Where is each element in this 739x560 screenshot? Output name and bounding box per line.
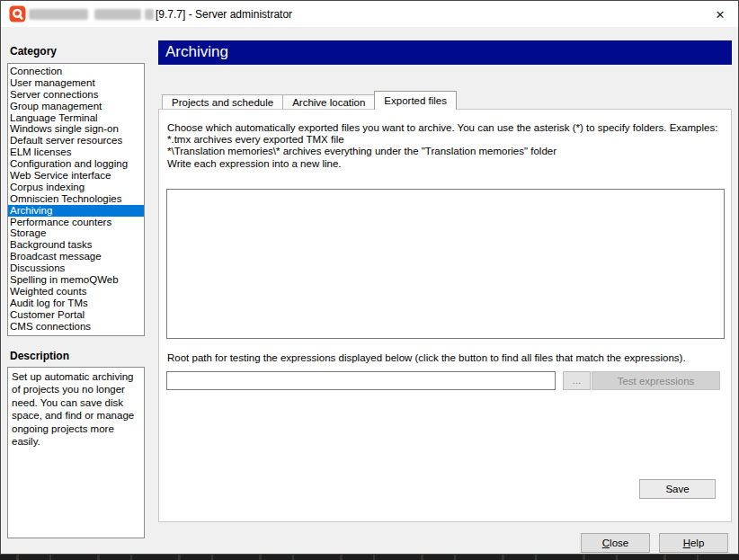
category-item-elm-licenses[interactable]: ELM licenses <box>8 147 144 158</box>
tab-page-exported-files: Choose which automatically exported file… <box>158 109 732 522</box>
tab-projects-and-schedule[interactable]: Projects and schedule <box>162 94 283 109</box>
category-item-language-terminal[interactable]: Language Terminal <box>8 112 144 124</box>
category-item-audit-log-for-tms[interactable]: Audit log for TMs <box>8 298 144 309</box>
titlebar[interactable]: [9.7.7] - Server administrator ✕ <box>1 1 738 27</box>
help-button[interactable]: Help <box>659 533 728 553</box>
category-item-windows-single-sign-on[interactable]: Windows single sign-on <box>8 123 144 135</box>
instruction-line: *.tmx archives every exported TMX file <box>167 134 717 146</box>
close-icon[interactable]: ✕ <box>708 4 732 24</box>
instructions: Choose which automatically exported file… <box>167 122 717 170</box>
category-item-spelling-in-memoqweb[interactable]: Spelling in memoQWeb <box>8 274 144 286</box>
tab-archive-location[interactable]: Archive location <box>282 94 375 109</box>
category-item-archiving[interactable]: Archiving <box>8 205 144 217</box>
instruction-line: Write each expression into a new line. <box>167 158 717 170</box>
redacted-title-block <box>29 9 88 20</box>
category-item-customer-portal[interactable]: Customer Portal <box>8 309 144 321</box>
category-item-storage[interactable]: Storage <box>8 227 144 239</box>
category-item-corpus-indexing[interactable]: Corpus indexing <box>8 182 144 193</box>
category-item-configuration-and-logging[interactable]: Configuration and logging <box>8 158 144 170</box>
save-button[interactable]: Save <box>639 479 716 499</box>
category-item-server-connections[interactable]: Server connections <box>8 89 144 101</box>
category-item-default-server-resources[interactable]: Default server resources <box>8 135 144 147</box>
redacted-title-block <box>94 9 141 20</box>
category-item-cms-connections[interactable]: CMS connections <box>8 321 144 333</box>
window-title: [9.7.7] - Server administrator <box>156 8 292 21</box>
category-item-connection[interactable]: Connection <box>8 66 144 77</box>
category-item-weighted-counts[interactable]: Weighted counts <box>8 286 144 298</box>
server-administrator-window: [9.7.7] - Server administrator ✕ Categor… <box>0 0 739 555</box>
category-item-performance-counters[interactable]: Performance counters <box>8 217 144 228</box>
tab-strip: Projects and scheduleArchive locationExp… <box>162 91 457 110</box>
page-title: Archiving <box>158 40 732 65</box>
instruction-line: Choose which automatically exported file… <box>167 122 717 134</box>
category-list[interactable]: ConnectionUser managementServer connecti… <box>7 63 145 336</box>
category-item-discussions[interactable]: Discussions <box>8 262 144 274</box>
tab-exported-files[interactable]: Exported files <box>374 91 457 110</box>
instruction-line: *\Translation memories\* archives everyt… <box>167 146 717 157</box>
desktop-background-strip <box>0 555 739 560</box>
root-path-label: Root path for testing the expressions di… <box>167 352 686 363</box>
browse-button[interactable]: ... <box>563 371 591 390</box>
category-item-group-management[interactable]: Group management <box>8 101 144 112</box>
description-label: Description <box>10 350 69 362</box>
category-item-broadcast-message[interactable]: Broadcast message <box>8 251 144 262</box>
redacted-title-block <box>145 9 154 20</box>
root-path-input[interactable] <box>166 371 556 390</box>
description-box: Set up automatic archiving of projects y… <box>7 367 145 538</box>
category-label: Category <box>10 45 57 58</box>
category-item-background-tasks[interactable]: Background tasks <box>8 239 144 251</box>
close-button[interactable]: Close <box>581 533 650 553</box>
memoq-logo-icon <box>9 5 26 22</box>
test-expressions-button[interactable]: Test expressions <box>592 371 720 390</box>
category-item-web-service-interface[interactable]: Web Service interface <box>8 170 144 182</box>
category-item-user-management[interactable]: User management <box>8 77 144 89</box>
description-text: Set up automatic archiving of projects y… <box>12 371 134 447</box>
screen: [9.7.7] - Server administrator ✕ Categor… <box>0 0 739 560</box>
category-item-omniscien-technologies[interactable]: Omniscien Technologies <box>8 193 144 205</box>
expressions-textarea[interactable] <box>166 189 725 339</box>
